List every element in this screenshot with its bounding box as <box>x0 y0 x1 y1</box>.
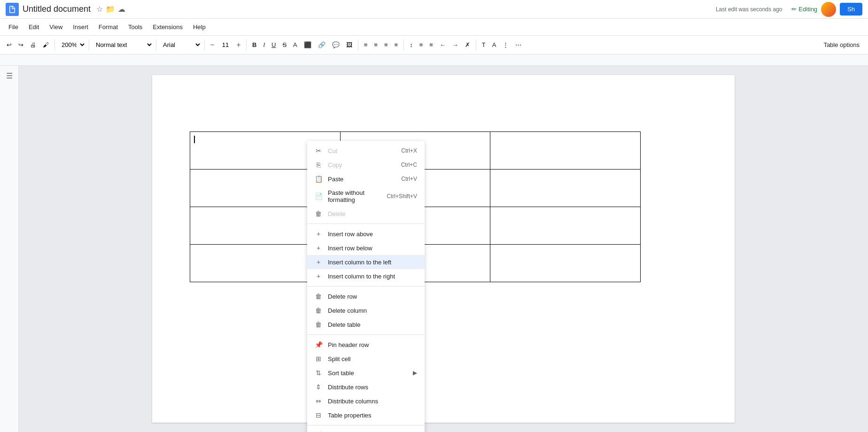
numbered-list-button[interactable]: ≡ <box>426 39 436 50</box>
sep7 <box>403 39 404 51</box>
share-button[interactable]: Sh <box>840 3 862 15</box>
app-icon <box>6 3 19 16</box>
paste-icon: 📋 <box>315 175 322 183</box>
strikethrough2-button[interactable]: ✗ <box>462 39 473 50</box>
menu-insert[interactable]: Insert <box>68 22 93 32</box>
trash-icon-3: 🗑 <box>315 321 322 328</box>
table-options-button[interactable]: Table options <box>819 39 864 50</box>
menu-view[interactable]: View <box>45 22 67 32</box>
table-cell-2-2[interactable] <box>490 207 641 245</box>
font-color-button[interactable]: A <box>290 39 300 50</box>
font-size-increase[interactable]: + <box>234 39 243 51</box>
ctx-insert-row-above[interactable]: + Insert row above <box>307 227 425 241</box>
ctx-copy-shortcut: Ctrl+C <box>401 162 417 168</box>
ctx-split-cell[interactable]: ⊞ Split cell <box>307 352 425 366</box>
sort-icon: ⇅ <box>315 369 322 377</box>
image-button[interactable]: 🖼 <box>343 39 355 50</box>
font-size-input[interactable] <box>217 41 234 48</box>
menu-extensions[interactable]: Extensions <box>148 22 187 32</box>
ctx-delete-row[interactable]: 🗑 Delete row <box>307 289 425 303</box>
menu-file[interactable]: File <box>4 22 23 32</box>
folder-icon[interactable]: 📁 <box>106 5 115 14</box>
bg-color-button[interactable]: A <box>489 39 499 50</box>
ctx-delete-table-label: Delete table <box>328 321 360 328</box>
plus-icon-1: + <box>315 230 322 238</box>
ctx-pin-header[interactable]: 📌 Pin header row <box>307 338 425 352</box>
justify-button[interactable]: ≡ <box>392 39 401 50</box>
table-cell-1-2[interactable] <box>490 170 641 207</box>
indent-decrease-button[interactable]: ← <box>437 39 449 50</box>
distribute-cols-icon: ⇔ <box>315 397 322 405</box>
ctx-cut-shortcut: Ctrl+X <box>401 147 417 154</box>
ctx-pin-header-label: Pin header row <box>328 341 369 348</box>
menu-edit[interactable]: Edit <box>24 22 44 32</box>
ctx-copy-label: Copy <box>328 162 342 169</box>
more-toolbar-button[interactable]: ⋯ <box>512 39 524 50</box>
avatar[interactable] <box>821 2 836 17</box>
undo-button[interactable]: ↩ <box>4 39 15 50</box>
style-select[interactable]: Normal text <box>92 40 153 50</box>
ctx-paste-plain[interactable]: 📄 Paste without formatting Ctrl+Shift+V <box>307 186 425 207</box>
menu-tools[interactable]: Tools <box>124 22 147 32</box>
bold-button[interactable]: B <box>249 39 259 50</box>
ctx-delete[interactable]: 🗑 Delete <box>307 207 425 221</box>
ctx-delete-col[interactable]: 🗑 Delete column <box>307 303 425 317</box>
ctx-insert-col-right[interactable]: + Insert column to the right <box>307 269 425 283</box>
paint-format-button[interactable]: 🖌 <box>40 39 52 50</box>
ctx-delete-table[interactable]: 🗑 Delete table <box>307 317 425 332</box>
copy-icon: ⎘ <box>315 161 322 169</box>
top-right-actions: ✏ Editing Sh <box>791 2 862 17</box>
italic-button[interactable]: I <box>260 39 268 50</box>
cloud-icon[interactable]: ☁ <box>118 5 125 14</box>
ctx-insert-link[interactable]: 🔗 Insert link Ctrl+K <box>307 428 425 432</box>
pin-icon: 📌 <box>315 341 322 348</box>
content-area: ☰ <box>0 66 868 432</box>
ctx-table-props-label: Table properties <box>328 412 372 419</box>
ctx-insert-col-left[interactable]: + Insert column to the left <box>307 255 425 269</box>
align-right-button[interactable]: ≡ <box>381 39 391 50</box>
ctx-delete-col-label: Delete column <box>328 307 367 314</box>
table-cell-3-2[interactable] <box>490 245 641 282</box>
sep4 <box>204 39 205 51</box>
title-icons: ☆ 📁 ☁ <box>96 5 125 14</box>
comment-button[interactable]: 💬 <box>329 39 342 50</box>
align-left-button[interactable]: ≡ <box>361 39 371 50</box>
font-select[interactable]: Arial <box>159 40 202 50</box>
align-center-button[interactable]: ≡ <box>371 39 380 50</box>
clear-format-button[interactable]: T <box>479 39 488 50</box>
ctx-delete-row-label: Delete row <box>328 293 357 300</box>
font-size-decrease[interactable]: − <box>208 39 217 51</box>
redo-button[interactable]: ↪ <box>16 39 26 50</box>
table-cell-0-2[interactable] <box>490 132 641 170</box>
ctx-insert-row-below-label: Insert row below <box>328 245 372 252</box>
strikethrough-button[interactable]: S <box>279 39 289 50</box>
link-button[interactable]: 🔗 <box>315 39 328 50</box>
paste-plain-icon: 📄 <box>315 193 322 200</box>
bullet-list-button[interactable]: ≡ <box>417 39 426 50</box>
menu-help[interactable]: Help <box>188 22 210 32</box>
ctx-copy[interactable]: ⎘ Copy Ctrl+C <box>307 158 425 172</box>
editing-label: Editing <box>798 6 817 13</box>
indent-increase-button[interactable]: → <box>450 39 461 50</box>
ctx-insert-row-below[interactable]: + Insert row below <box>307 241 425 255</box>
menu-format[interactable]: Format <box>94 22 123 32</box>
ctx-paste[interactable]: 📋 Paste Ctrl+V <box>307 172 425 186</box>
last-edit: Last edit was seconds ago <box>716 6 782 13</box>
ctx-table-props[interactable]: ⊟ Table properties <box>307 408 425 422</box>
line-spacing-button[interactable]: ↕ <box>407 39 416 50</box>
ctx-sort-table[interactable]: ⇅ Sort table ▶ <box>307 366 425 380</box>
star-icon[interactable]: ☆ <box>96 5 103 14</box>
menu-bar: File Edit View Insert Format Tools Exten… <box>0 19 868 36</box>
sidebar-outline-icon[interactable]: ☰ <box>6 71 13 80</box>
highlight-button[interactable]: ⬛ <box>301 39 314 50</box>
ctx-distribute-cols[interactable]: ⇔ Distribute columns <box>307 394 425 408</box>
ctx-cut[interactable]: ✂ Cut Ctrl+X <box>307 144 425 158</box>
print-button[interactable]: 🖨 <box>27 39 39 50</box>
columns-button[interactable]: ⋮ <box>500 39 512 50</box>
sort-arrow-icon: ▶ <box>413 370 417 376</box>
underline-button[interactable]: U <box>269 39 279 50</box>
ctx-distribute-rows[interactable]: ⇕ Distribute rows <box>307 380 425 394</box>
pencil-icon: ✏ <box>791 6 797 13</box>
doc-title[interactable]: Untitled document <box>23 4 91 14</box>
zoom-select[interactable]: 200% <box>58 40 86 50</box>
